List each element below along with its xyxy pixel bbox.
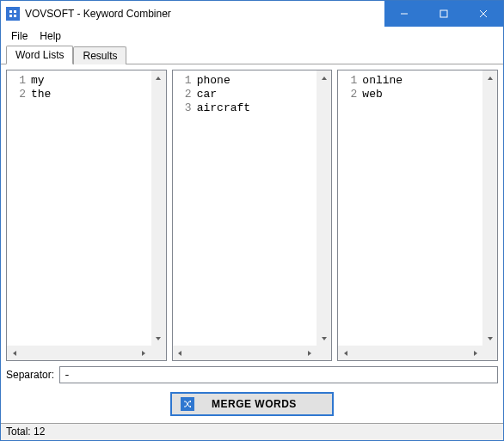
status-bar: Total: 12 [1, 423, 503, 440]
menu-help[interactable]: Help [34, 28, 66, 44]
scroll-corner [482, 346, 497, 360]
scroll-left-icon[interactable] [173, 346, 187, 360]
scroll-down-icon[interactable] [482, 331, 497, 346]
word-list-2-editor[interactable]: 123 phone car aircraft [173, 70, 317, 346]
word-list-1[interactable]: 12 my the [6, 70, 167, 361]
word-list-2-lines[interactable]: phone car aircraft [195, 74, 317, 346]
shuffle-icon [181, 397, 194, 411]
word-list-1-lines[interactable]: my the [29, 74, 151, 346]
horizontal-scrollbar[interactable] [173, 346, 317, 360]
scroll-left-icon[interactable] [7, 346, 22, 360]
scroll-right-icon[interactable] [137, 346, 151, 360]
horizontal-scrollbar[interactable] [7, 346, 151, 360]
vertical-scrollbar[interactable] [482, 70, 497, 346]
merge-words-label: MERGE WORDS [212, 398, 297, 410]
content-area: 12 my the 123 [1, 64, 503, 423]
word-list-2[interactable]: 123 phone car aircraft [172, 70, 333, 361]
minimize-button[interactable] [384, 1, 424, 27]
maximize-button[interactable] [424, 1, 464, 27]
tab-strip: Word Lists Results [1, 46, 503, 64]
scroll-corner [151, 346, 166, 360]
word-lists-row: 12 my the 123 [6, 70, 498, 361]
scroll-corner [317, 346, 331, 360]
scroll-left-icon[interactable] [338, 346, 353, 360]
line-number-gutter: 12 [7, 74, 29, 346]
separator-input[interactable] [59, 366, 498, 383]
word-list-3-editor[interactable]: 12 online web [338, 70, 482, 346]
menu-bar: File Help [1, 27, 503, 46]
scroll-right-icon[interactable] [302, 346, 317, 360]
scroll-up-icon[interactable] [317, 70, 331, 85]
scroll-up-icon[interactable] [151, 70, 166, 85]
window-title: VOVSOFT - Keyword Combiner [25, 8, 384, 20]
separator-row: Separator: [6, 366, 498, 383]
line-number-gutter: 123 [173, 74, 195, 346]
close-button[interactable] [464, 1, 503, 27]
word-list-3-lines[interactable]: online web [360, 74, 482, 346]
word-list-1-editor[interactable]: 12 my the [7, 70, 151, 346]
vertical-scrollbar[interactable] [317, 70, 331, 346]
tab-results[interactable]: Results [73, 46, 126, 64]
window-buttons [384, 1, 503, 27]
scroll-down-icon[interactable] [317, 331, 331, 346]
status-total: Total: 12 [6, 426, 53, 438]
scroll-up-icon[interactable] [482, 70, 497, 85]
app-icon [6, 7, 20, 21]
horizontal-scrollbar[interactable] [338, 346, 482, 360]
svg-rect-0 [440, 10, 447, 17]
separator-label: Separator: [6, 369, 54, 381]
vertical-scrollbar[interactable] [151, 70, 166, 346]
title-bar: VOVSOFT - Keyword Combiner [1, 1, 503, 27]
tab-word-lists[interactable]: Word Lists [6, 46, 73, 64]
scroll-right-icon[interactable] [468, 346, 482, 360]
word-list-3[interactable]: 12 online web [337, 70, 498, 361]
merge-row: MERGE WORDS [6, 389, 498, 418]
menu-file[interactable]: File [6, 28, 33, 44]
merge-words-button[interactable]: MERGE WORDS [170, 392, 334, 416]
line-number-gutter: 12 [338, 74, 360, 346]
scroll-down-icon[interactable] [151, 331, 166, 346]
